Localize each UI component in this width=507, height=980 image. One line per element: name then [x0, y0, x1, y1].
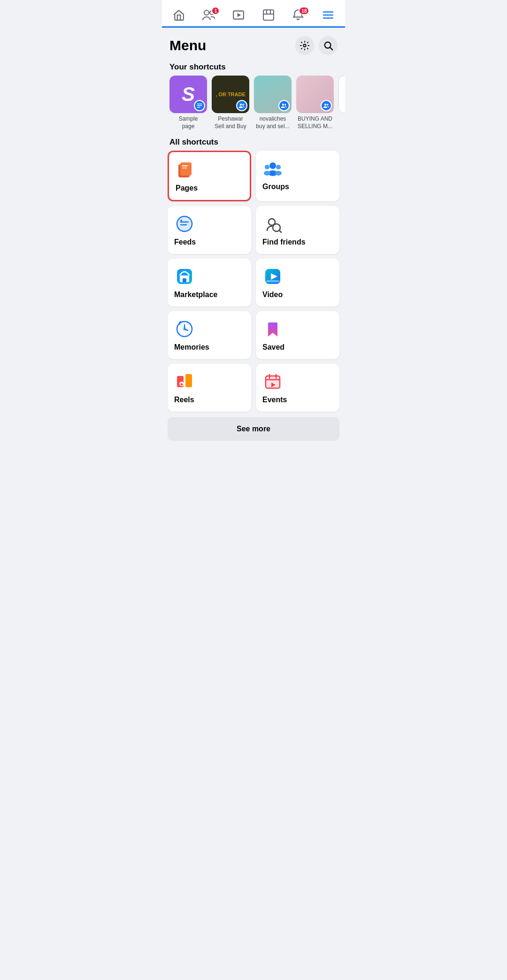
nav-notifications[interactable]: 18	[284, 5, 312, 26]
hamburger-icon	[322, 8, 335, 22]
main-content: Menu Your shortcuts S	[162, 28, 345, 441]
feeds-icon	[174, 214, 195, 234]
shortcut-novaliches[interactable]: novalichesbuy and sel...	[254, 76, 292, 130]
grid-item-groups[interactable]: Groups	[256, 151, 339, 201]
svg-point-14	[284, 104, 286, 106]
see-more-button[interactable]: See more	[168, 417, 339, 441]
all-shortcuts-label: All shortcuts	[162, 136, 345, 151]
grid-item-video[interactable]: Video	[256, 259, 339, 306]
shortcuts-scroll: S Samplepage , OR TRADE	[162, 76, 345, 136]
saved-icon	[262, 319, 283, 339]
shortcut-label-novaliches: novalichesbuy and sel...	[256, 115, 289, 130]
nav-menu[interactable]	[314, 5, 342, 26]
video-icon	[262, 266, 283, 287]
svg-rect-39	[183, 278, 186, 282]
svg-point-23	[269, 162, 276, 169]
grid-item-reels[interactable]: Reels	[168, 364, 251, 412]
pages-label: Pages	[176, 184, 243, 192]
svg-rect-4	[263, 10, 274, 20]
svg-rect-22	[182, 168, 187, 168]
search-button[interactable]	[319, 36, 338, 55]
friends-badge: 1	[211, 7, 220, 15]
shortcut-sample-page[interactable]: S Samplepage	[169, 76, 207, 130]
grid-item-pages[interactable]: Pages	[168, 151, 251, 201]
shortcut-label-sample: Samplepage	[179, 115, 198, 130]
nav-marketplace[interactable]	[254, 5, 283, 26]
grid-item-saved[interactable]: Saved	[256, 311, 339, 359]
shortcut-img-buying-selling	[296, 76, 334, 113]
grid-item-memories[interactable]: Memories	[168, 311, 251, 359]
grid-item-find-friends[interactable]: Find friends	[256, 206, 339, 254]
shortcuts-grid: Pages Groups	[162, 151, 345, 412]
page-title: Menu	[169, 38, 206, 54]
find-friends-icon	[262, 214, 283, 234]
nav-friends[interactable]: 1	[194, 5, 223, 26]
svg-rect-21	[182, 165, 188, 167]
shortcuts-section-label: Your shortcuts	[162, 59, 345, 76]
events-icon	[262, 371, 283, 392]
svg-point-0	[204, 10, 209, 15]
svg-rect-48	[185, 374, 192, 387]
marketplace-label: Marketplace	[174, 291, 245, 299]
home-icon	[172, 8, 185, 22]
settings-button[interactable]	[295, 36, 314, 55]
video-label: Video	[262, 291, 333, 299]
page-header: Menu	[162, 28, 345, 59]
groups-label: Groups	[262, 183, 333, 191]
svg-marker-3	[238, 13, 241, 17]
grid-item-events[interactable]: Events	[256, 364, 339, 412]
memories-label: Memories	[174, 343, 245, 352]
marketplace-icon	[174, 266, 195, 287]
grid-item-marketplace[interactable]: Marketplace	[168, 259, 251, 306]
shortcut-badge-buying-selling	[321, 100, 332, 111]
svg-line-10	[330, 47, 332, 50]
shortcut-badge-peshawar	[236, 100, 247, 111]
shortcut-img-sample: S	[169, 76, 207, 113]
svg-rect-20	[180, 162, 192, 176]
find-friends-label: Find friends	[262, 238, 333, 246]
svg-point-16	[327, 104, 329, 106]
svg-point-25	[276, 165, 281, 169]
reels-icon	[174, 371, 195, 392]
svg-point-27	[264, 171, 270, 176]
saved-label: Saved	[262, 343, 333, 352]
reels-label: Reels	[174, 396, 245, 404]
svg-point-13	[282, 104, 284, 106]
shortcut-img-novaliches	[254, 76, 292, 113]
feeds-label: Feeds	[174, 238, 245, 246]
grid-item-feeds[interactable]: Feeds	[168, 206, 251, 254]
nav-home[interactable]	[165, 5, 193, 26]
svg-rect-42	[266, 280, 279, 282]
svg-point-24	[265, 165, 269, 169]
shortcut-badge-sample	[194, 100, 205, 111]
watch-icon	[232, 8, 245, 22]
shortcut-label-buying-selling: BUYING ANDSELLING M...	[298, 115, 332, 130]
svg-point-15	[324, 104, 326, 106]
memories-icon	[174, 319, 195, 339]
svg-point-28	[275, 171, 282, 176]
svg-point-33	[180, 220, 182, 222]
svg-point-11	[240, 104, 242, 106]
shortcut-selling-buying[interactable]: SELL B Selling aBuying G	[338, 76, 345, 130]
shortcut-peshawar[interactable]: , OR TRADE PeshawarSell and Buy	[212, 76, 249, 130]
svg-point-12	[242, 104, 244, 106]
shortcut-img-selling-buying: SELL B	[338, 76, 345, 113]
shortcut-img-peshawar: , OR TRADE	[212, 76, 249, 113]
events-label: Events	[262, 396, 333, 404]
svg-line-36	[279, 230, 281, 232]
pages-icon	[176, 160, 196, 180]
notifications-badge: 18	[299, 7, 309, 15]
groups-icon	[262, 158, 283, 179]
header-actions	[295, 36, 338, 55]
nav-watch[interactable]	[224, 5, 253, 26]
shortcut-badge-novaliches	[278, 100, 290, 111]
marketplace-nav-icon	[262, 8, 275, 22]
top-navigation: 1 18	[162, 0, 345, 28]
svg-point-8	[303, 44, 306, 47]
shortcut-buying-selling[interactable]: BUYING ANDSELLING M...	[296, 76, 334, 130]
shortcut-label-peshawar: PeshawarSell and Buy	[215, 115, 246, 130]
